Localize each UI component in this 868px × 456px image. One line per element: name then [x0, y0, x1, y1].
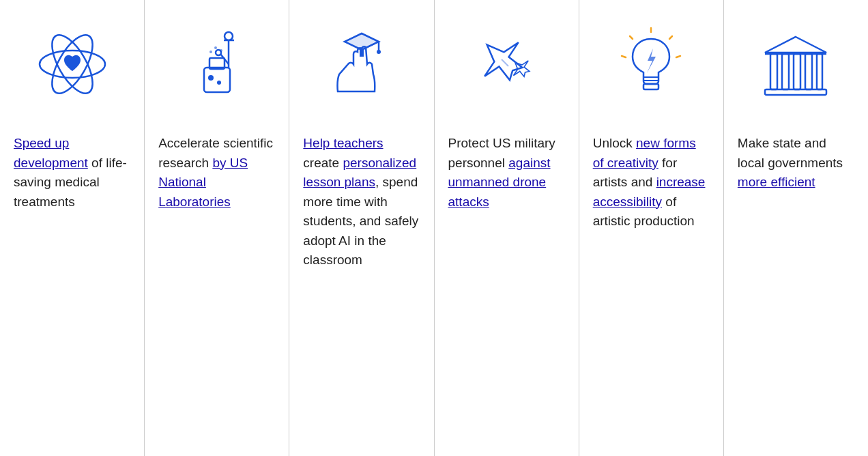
col-education: Help teachers create personalized lesson… [289, 0, 434, 456]
svg-line-23 [676, 56, 680, 57]
link-personalized-lesson-plans[interactable]: personalized lesson plans [303, 156, 416, 190]
icon-area-medical [14, 16, 130, 112]
icon-area-government [738, 16, 854, 112]
text-creativity: Unlock new forms of creativity for artis… [593, 134, 710, 231]
text-military: Protect US military personnel against un… [448, 134, 565, 212]
link-speed-up[interactable]: Speed up development [14, 136, 88, 170]
lightbulb-icon [613, 27, 689, 102]
svg-rect-34 [817, 54, 822, 89]
svg-line-20 [502, 59, 508, 66]
icon-area-science [158, 16, 275, 112]
svg-line-22 [669, 36, 672, 39]
icon-area-education [303, 16, 420, 112]
link-new-forms-creativity[interactable]: new forms of creativity [593, 136, 696, 170]
col-government: Make state and local governments more ef… [724, 0, 868, 456]
graduation-hand-icon [324, 27, 399, 102]
svg-point-14 [220, 49, 222, 52]
icon-area-creativity [593, 16, 710, 112]
airplane-drone-icon [469, 27, 544, 102]
svg-rect-32 [794, 54, 800, 89]
text-education: Help teachers create personalized lesson… [303, 134, 420, 270]
svg-rect-35 [765, 89, 826, 95]
text-science: Accelerate scientific research by US Nat… [158, 134, 275, 212]
svg-point-6 [217, 81, 221, 85]
atom-heart-icon [35, 27, 110, 102]
svg-rect-17 [360, 50, 364, 57]
svg-rect-3 [204, 68, 230, 92]
link-against-drone-attacks[interactable]: against unmanned drone attacks [448, 156, 551, 209]
svg-point-9 [225, 32, 233, 40]
lab-robot-icon [179, 27, 255, 102]
link-more-efficient[interactable]: more efficient [738, 175, 815, 189]
text-medical: Speed up development of life-saving medi… [14, 134, 130, 212]
link-us-national[interactable]: by US National Laboratories [158, 156, 248, 209]
svg-marker-29 [765, 37, 826, 53]
col-science: Accelerate scientific research by US Nat… [145, 0, 289, 456]
text-government: Make state and local governments more ef… [738, 134, 854, 193]
link-increase-accessibility[interactable]: increase accessibility [593, 175, 706, 209]
svg-point-12 [209, 51, 212, 53]
link-help-teachers[interactable]: Help teachers [303, 136, 383, 150]
svg-rect-30 [770, 54, 777, 89]
svg-point-13 [214, 46, 217, 49]
svg-point-5 [208, 75, 214, 81]
icon-area-military [448, 16, 565, 112]
svg-line-24 [630, 36, 633, 39]
building-icon [758, 27, 833, 102]
svg-rect-33 [805, 54, 812, 89]
col-medical: Speed up development of life-saving medi… [0, 0, 145, 456]
svg-rect-31 [782, 54, 789, 89]
svg-marker-15 [345, 33, 379, 50]
svg-rect-28 [643, 84, 659, 89]
col-creativity: Unlock new forms of creativity for artis… [579, 0, 724, 456]
svg-point-19 [377, 50, 381, 54]
col-military: Protect US military personnel against un… [435, 0, 579, 456]
svg-line-25 [622, 56, 626, 57]
main-grid: Speed up development of life-saving medi… [0, 0, 868, 456]
